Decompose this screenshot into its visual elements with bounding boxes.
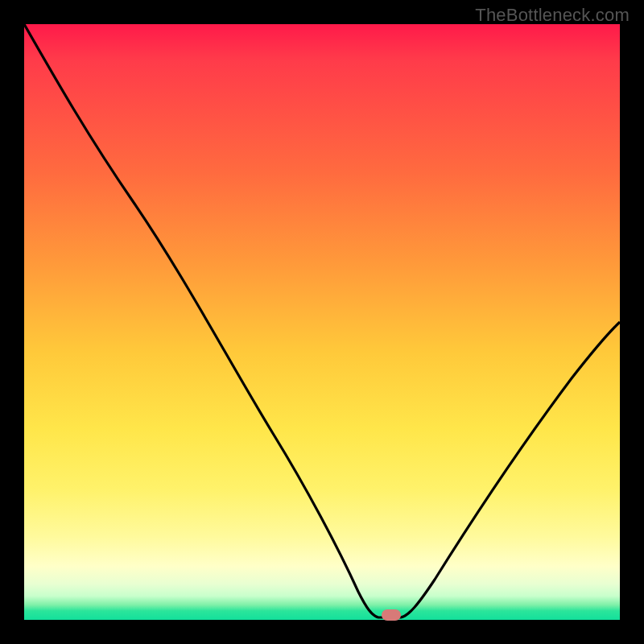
gradient-plot-area bbox=[24, 24, 620, 620]
watermark-text: TheBottleneck.com bbox=[475, 5, 630, 26]
bottleneck-curve bbox=[24, 24, 620, 617]
curve-svg bbox=[24, 24, 620, 620]
chart-frame: TheBottleneck.com bbox=[0, 0, 644, 644]
optimal-marker bbox=[382, 609, 401, 621]
